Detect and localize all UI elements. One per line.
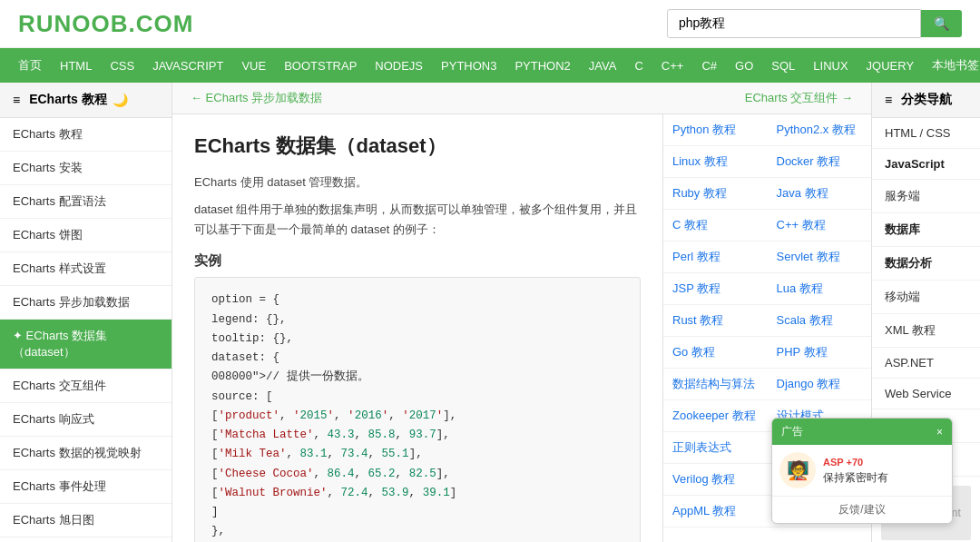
link-cell[interactable]: Docker 教程	[768, 146, 872, 178]
category-item[interactable]: Web Service	[872, 379, 980, 409]
category-item[interactable]: ASP.NET	[872, 348, 980, 379]
code-line: ['Cheese Cocoa', 86.4, 65.2, 82.5],	[211, 465, 623, 484]
category-title-text: 分类导航	[901, 92, 952, 108]
search-input[interactable]	[667, 9, 921, 38]
nav-item[interactable]: NODEJS	[366, 50, 432, 82]
table-row: 数据结构与算法Django 教程	[663, 369, 871, 400]
link-cell[interactable]: Linux 教程	[663, 146, 768, 178]
nav-item[interactable]: CSS	[101, 50, 143, 82]
table-row: Rust 教程Scala 教程	[663, 305, 871, 337]
category-item[interactable]: HTML / CSS	[872, 118, 980, 149]
content-area: ← ECharts 异步加载数据 ECharts 交互组件 → ECharts …	[172, 83, 871, 542]
nav-item[interactable]: SQL	[762, 50, 804, 82]
sidebar-item[interactable]: ECharts 安装	[0, 152, 172, 185]
popup-close-button[interactable]: ×	[936, 426, 943, 439]
link-cell[interactable]: Ruby 教程	[663, 178, 768, 210]
breadcrumb-prev[interactable]: ← ECharts 异步加载数据	[191, 90, 322, 106]
code-line: source: [	[211, 388, 623, 407]
link-cell[interactable]: JSP 教程	[663, 273, 768, 305]
table-row: JSP 教程Lua 教程	[663, 273, 871, 305]
sidebar-item[interactable]: ECharts 样式设置	[0, 252, 172, 286]
nav-item[interactable]: PYTHON3	[432, 50, 505, 82]
search-button[interactable]: 🔍	[921, 10, 962, 37]
sidebar-item[interactable]: ECharts 数据的视觉映射	[0, 437, 172, 470]
article: ECharts 数据集（dataset） ECharts 使用 dataset …	[172, 114, 662, 542]
popup-overlay: 广告 × 🧑‍🏫 ASP +70 保持紧密时有 反馈/建议	[771, 418, 953, 524]
top-nav: 首页HTMLCSSJAVASCRIPTVUEBOOTSTRAPNODEJSPYT…	[0, 48, 980, 83]
link-cell[interactable]: Django 教程	[768, 369, 872, 400]
nav-item[interactable]: JAVA	[580, 50, 626, 82]
sidebar-item[interactable]: ECharts 旭日图	[0, 504, 172, 537]
sidebar-item[interactable]: ECharts 交互组件	[0, 370, 172, 403]
nav-item[interactable]: GO	[726, 50, 762, 82]
category-item[interactable]: 移动端	[872, 281, 980, 314]
link-cell[interactable]: AppML 教程	[663, 496, 768, 527]
breadcrumb-next[interactable]: ECharts 交互组件 →	[745, 90, 853, 106]
link-cell[interactable]: Verilog 教程	[663, 464, 768, 496]
link-cell[interactable]: Java 教程	[768, 178, 872, 210]
nav-item[interactable]: JAVASCRIPT	[143, 50, 232, 82]
popup-body: 🧑‍🏫 ASP +70 保持紧密时有	[772, 445, 952, 496]
popup-header: 广告 ×	[772, 419, 952, 445]
table-row: Python 教程Python2.x 教程	[663, 114, 871, 146]
sidebar-item[interactable]: ECharts 配置语法	[0, 185, 172, 219]
sidebar-item[interactable]: ECharts 事件处理	[0, 470, 172, 504]
link-cell[interactable]: Servlet 教程	[768, 241, 872, 273]
table-row: Linux 教程Docker 教程	[663, 146, 871, 178]
popup-text: ASP +70 保持紧密时有	[823, 455, 888, 487]
link-cell[interactable]: Python 教程	[663, 114, 768, 146]
link-cell[interactable]: 正则表达式	[663, 432, 768, 464]
code-line: 008000">// 提供一份数据。	[211, 368, 623, 387]
logo-suffix: .COM	[129, 10, 194, 37]
code-block: option = { legend: {}, tooltip: {}, data…	[194, 277, 641, 542]
sidebar-item[interactable]: ECharts 教程	[0, 118, 172, 152]
sidebar-item[interactable]: ✦ ECharts 数据集（dataset）	[0, 320, 172, 370]
code-line: dataset: {	[211, 349, 623, 368]
link-cell[interactable]: Go 教程	[663, 337, 768, 369]
category-item[interactable]: 数据库	[872, 213, 980, 247]
category-item[interactable]: XML 教程	[872, 314, 980, 348]
nav-item[interactable]: BOOTSTRAP	[275, 50, 366, 82]
nav-item[interactable]: LINUX	[804, 50, 857, 82]
nav-item[interactable]: VUE	[232, 50, 275, 82]
link-cell[interactable]: C 教程	[663, 210, 768, 241]
link-cell[interactable]: PHP 教程	[768, 337, 872, 369]
link-cell[interactable]: Scala 教程	[768, 305, 872, 337]
sidebar-item[interactable]: ECharts 异步加载数据	[0, 286, 172, 320]
sidebar-item[interactable]: ECharts 饼图	[0, 219, 172, 252]
header: RUNOOB.COM 🔍	[0, 0, 980, 48]
cat-list-icon	[885, 93, 896, 107]
link-cell[interactable]: 数据结构与算法	[663, 369, 768, 400]
popup-body-text: 保持紧密时有	[823, 469, 888, 486]
search-box: 🔍	[667, 9, 962, 38]
nav-item[interactable]: JQUERY	[858, 50, 924, 82]
nav-item[interactable]: 首页	[9, 48, 51, 83]
nav-item[interactable]: C#	[692, 50, 726, 82]
nav-item[interactable]: C	[625, 50, 652, 82]
nav-item[interactable]: PYTHON2	[505, 50, 579, 82]
sidebar-item[interactable]: ECharts 响应式	[0, 403, 172, 437]
content-inner: ECharts 数据集（dataset） ECharts 使用 dataset …	[172, 114, 871, 542]
example-label: 实例	[194, 252, 641, 270]
link-cell[interactable]: Perl 教程	[663, 241, 768, 273]
nav-item[interactable]: HTML	[51, 50, 101, 82]
sidebar-title-text: ECharts 教程	[29, 92, 107, 108]
popup-feedback-btn[interactable]: 反馈/建议	[772, 497, 952, 523]
code-line: ['product', '2015', '2016', '2017'],	[211, 407, 623, 426]
link-cell[interactable]: Rust 教程	[663, 305, 768, 337]
link-cell[interactable]: Lua 教程	[768, 273, 872, 305]
popup-header-text: 广告	[781, 424, 803, 439]
breadcrumb-bar: ← ECharts 异步加载数据 ECharts 交互组件 →	[172, 83, 871, 114]
category-item[interactable]: 服务端	[872, 180, 980, 213]
code-line: tooltip: {},	[211, 330, 623, 349]
nav-item[interactable]: C++	[652, 50, 693, 82]
nav-item[interactable]: 本地书签	[923, 48, 980, 83]
code-line: ['Milk Tea', 83.1, 73.4, 55.1],	[211, 445, 623, 464]
link-cell[interactable]: C++ 教程	[768, 210, 872, 241]
link-cell[interactable]: Zookeeper 教程	[663, 400, 768, 432]
category-item[interactable]: 数据分析	[872, 247, 980, 281]
category-item[interactable]: JavaScript	[872, 149, 980, 180]
link-cell[interactable]: Python2.x 教程	[768, 114, 872, 146]
logo-text: RUNOOB	[18, 10, 129, 37]
code-line: option = {	[211, 291, 623, 310]
